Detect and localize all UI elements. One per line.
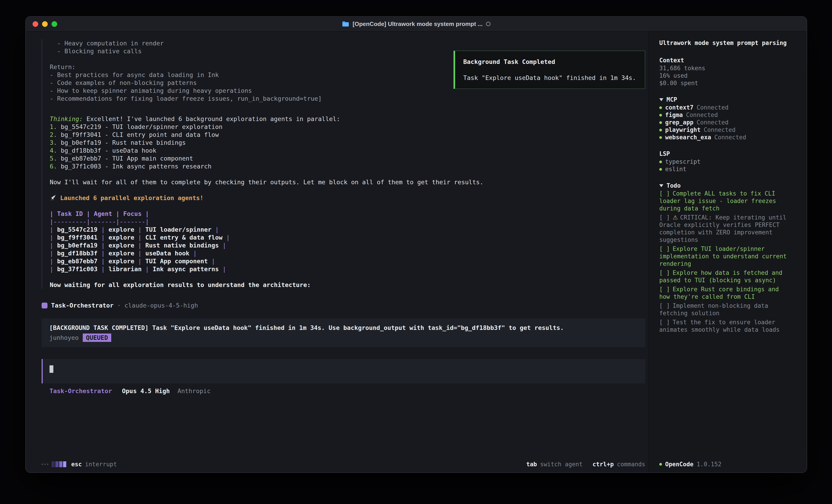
text-line: - Recommendations for fixing loader free… bbox=[50, 94, 645, 103]
table-separator-row: |---------|-------|-------| bbox=[50, 218, 645, 226]
lsp-section: LSP typescript eslint bbox=[659, 150, 800, 173]
agent-numbered-list: 1. bg_5547c219 - TUI loader/spinner expl… bbox=[50, 123, 645, 170]
mcp-list: context7 Connected figma Connected grep_ bbox=[659, 104, 800, 141]
tab-key-label: tab bbox=[526, 461, 537, 468]
status-dot-icon bbox=[659, 129, 662, 132]
window-controls bbox=[32, 21, 57, 27]
agent-list-item: 1. bg_5547c219 - TUI loader/spinner expl… bbox=[50, 123, 645, 131]
system-notice: [BACKGROUND TASK COMPLETED] Task "Explor… bbox=[42, 318, 645, 347]
window-title-group: [OpenCode] Ultrawork mode system prompt … bbox=[342, 21, 491, 28]
esc-action-label: interrupt bbox=[85, 461, 117, 468]
app-window: [OpenCode] Ultrawork mode system prompt … bbox=[25, 16, 807, 473]
rocket-icon bbox=[50, 195, 56, 201]
text-cursor bbox=[50, 365, 53, 373]
status-dot-icon bbox=[659, 114, 662, 116]
mcp-name: figma bbox=[665, 111, 683, 119]
window-title: [OpenCode] Ultrawork mode system prompt … bbox=[353, 21, 483, 28]
folder-icon bbox=[342, 21, 349, 27]
mcp-section: MCP context7 Connected figma Connec bbox=[659, 96, 800, 141]
zoom-button[interactable] bbox=[52, 21, 57, 27]
triangle-down-icon bbox=[659, 184, 664, 187]
ctrlp-key-label: ctrl+p bbox=[593, 461, 614, 468]
mcp-status: Connected bbox=[714, 134, 746, 141]
agent-square-icon bbox=[42, 303, 48, 308]
todo-item: [ ]Explore Rust core bindings and how th… bbox=[659, 286, 792, 301]
lsp-item: typescript bbox=[659, 158, 800, 166]
todo-heading[interactable]: Todo bbox=[659, 182, 800, 190]
architecture-paragraph: Now waiting for all exploration results … bbox=[50, 281, 645, 289]
table-row: | bg_f9ff3041 | explore | CLI entry & da… bbox=[50, 233, 645, 242]
prompt-input[interactable] bbox=[42, 359, 645, 384]
mcp-status: Connected bbox=[697, 119, 728, 126]
agent-list-item: 6. bg_37f1c003 - Ink async patterns rese… bbox=[50, 162, 645, 170]
spinner-dots-icon bbox=[42, 464, 48, 465]
close-button[interactable] bbox=[32, 21, 38, 27]
app-version: 1.0.152 bbox=[697, 460, 722, 468]
status-bar: escinterrupt tabswitch agent ctrl+pcomma… bbox=[42, 456, 645, 472]
context-heading: Context bbox=[659, 57, 800, 64]
table-row: | bg_37f1c003 | librarian | Ink async pa… bbox=[50, 265, 645, 273]
queued-badge: QUEUED bbox=[83, 334, 111, 342]
agent-list-item: 4. bg_df18bb3f - useData hook bbox=[50, 146, 645, 155]
progress-blocks-icon bbox=[52, 461, 66, 467]
terminal-pane: - Heavy computation in render - Blocking… bbox=[26, 32, 648, 472]
todo-text: Implement non-blocking data fetching sol… bbox=[659, 302, 768, 316]
mcp-status: Connected bbox=[697, 104, 728, 111]
input-agent-name[interactable]: Task-Orchestrator bbox=[50, 388, 112, 394]
titlebar[interactable]: [OpenCode] Ultrawork mode system prompt … bbox=[26, 17, 807, 32]
table-row: | bg_df18bb3f | explore | useData hook | bbox=[50, 249, 645, 257]
toast-body: Task "Explore useData hook" finished in … bbox=[463, 74, 636, 82]
input-agent-line: Task-Orchestrator Opus 4.5 High Anthropi… bbox=[50, 387, 645, 395]
todo-text: Test the fix to ensure loader animates s… bbox=[659, 319, 780, 333]
agent-list-item: 3. bg_b0effa19 - Rust native bindings bbox=[50, 139, 645, 146]
mcp-item: figma Connected bbox=[659, 111, 800, 119]
hint-switch-agent: tabswitch agent bbox=[526, 461, 582, 468]
session-title: Ultrawork mode system prompt parsing bbox=[659, 39, 800, 47]
launch-banner-text: Launched 6 parallel exploration agents! bbox=[60, 194, 204, 202]
system-notice-text: [BACKGROUND TASK COMPLETED] Task "Explor… bbox=[49, 324, 638, 332]
todo-list: [ ]Complete ALL tasks to fix CLI loader … bbox=[659, 190, 792, 334]
mcp-name: playwright bbox=[665, 126, 701, 134]
title-circle-icon bbox=[486, 22, 490, 26]
input-provider-name: Anthropic bbox=[178, 388, 210, 394]
mcp-name: grep_app bbox=[665, 119, 694, 126]
conversation-scroll[interactable]: - Heavy computation in render - Blocking… bbox=[42, 32, 645, 456]
mcp-name: websearch_exa bbox=[665, 134, 711, 141]
mcp-status: Connected bbox=[686, 111, 718, 119]
wait-paragraph: Now I'll wait for all of them to complet… bbox=[50, 178, 645, 186]
agent-name: Task-Orchestrator bbox=[51, 302, 113, 309]
todo-item: [ ]Complete ALL tasks to fix CLI loader … bbox=[659, 190, 792, 212]
system-notice-meta: junhoyeo QUEUED bbox=[49, 334, 638, 342]
todo-text: Explore TUI loader/spinner implementatio… bbox=[659, 246, 787, 267]
table-header-row: | Task ID | Agent | Focus | bbox=[50, 210, 645, 218]
thinking-label: Thinking: bbox=[50, 115, 83, 122]
input-model-name[interactable]: Opus 4.5 High bbox=[122, 388, 170, 394]
ctrlp-action-label: commands bbox=[617, 461, 645, 468]
todo-checkbox: [ ] bbox=[659, 270, 670, 276]
status-dot-icon bbox=[659, 106, 662, 109]
warning-icon: ⚠ bbox=[673, 214, 678, 221]
mcp-name: context7 bbox=[665, 104, 694, 111]
agents-table: | Task ID | Agent | Focus | |---------|-… bbox=[50, 210, 645, 273]
status-dot-icon bbox=[659, 168, 662, 171]
notice-user: junhoyeo bbox=[49, 334, 79, 342]
todo-checkbox: [ ] bbox=[659, 286, 670, 292]
thinking-line: Thinking: Excellent! I've launched 6 bac… bbox=[50, 115, 645, 123]
app-name: OpenCode bbox=[665, 460, 694, 468]
toast-title: Background Task Completed bbox=[463, 58, 636, 66]
lsp-heading: LSP bbox=[659, 150, 800, 158]
status-dot-icon bbox=[659, 121, 662, 124]
todo-item: [ ]Explore TUI loader/spinner implementa… bbox=[659, 245, 792, 268]
todo-item: [ ]Test the fix to ensure loader animate… bbox=[659, 318, 792, 334]
launch-banner: Launched 6 parallel exploration agents! bbox=[50, 194, 645, 202]
minimize-button[interactable] bbox=[42, 21, 48, 27]
lsp-name: eslint bbox=[665, 166, 686, 173]
table-row: | bg_eb87ebb7 | explore | TUI App compon… bbox=[50, 257, 645, 265]
thinking-text: Excellent! I've launched 6 background ex… bbox=[86, 115, 340, 122]
todo-heading-label: Todo bbox=[667, 182, 681, 190]
todo-text: Explore Rust core bindings and how they'… bbox=[659, 286, 779, 300]
background-task-toast[interactable]: Background Task Completed Task "Explore … bbox=[453, 51, 645, 89]
context-stat: 16% used bbox=[659, 72, 800, 80]
mcp-item: grep_app Connected bbox=[659, 119, 800, 126]
mcp-heading[interactable]: MCP bbox=[659, 96, 800, 104]
